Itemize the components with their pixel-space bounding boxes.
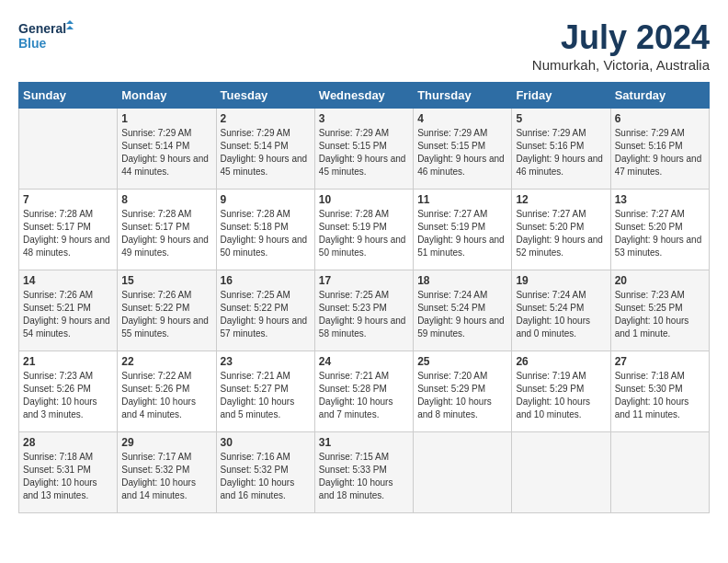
calendar-cell: 21Sunrise: 7:23 AMSunset: 5:26 PMDayligh… bbox=[19, 351, 118, 432]
calendar-cell bbox=[610, 432, 709, 513]
day-number: 1 bbox=[121, 112, 211, 125]
day-info: Sunrise: 7:28 AMSunset: 5:18 PMDaylight:… bbox=[221, 208, 311, 259]
calendar-cell bbox=[19, 109, 118, 190]
weekday-header-saturday: Saturday bbox=[610, 83, 709, 109]
day-info: Sunrise: 7:19 AMSunset: 5:29 PMDaylight:… bbox=[516, 370, 606, 421]
day-info: Sunrise: 7:21 AMSunset: 5:27 PMDaylight:… bbox=[221, 370, 311, 421]
day-number: 7 bbox=[23, 193, 113, 206]
svg-marker-3 bbox=[66, 26, 74, 29]
calendar-week-row: 28Sunrise: 7:18 AMSunset: 5:31 PMDayligh… bbox=[19, 432, 710, 513]
day-number: 21 bbox=[23, 355, 113, 368]
day-number: 11 bbox=[417, 193, 507, 206]
day-number: 16 bbox=[221, 274, 311, 287]
day-number: 23 bbox=[221, 355, 311, 368]
day-number: 15 bbox=[121, 274, 211, 287]
day-info: Sunrise: 7:21 AMSunset: 5:28 PMDaylight:… bbox=[319, 370, 409, 421]
calendar-cell: 15Sunrise: 7:26 AMSunset: 5:22 PMDayligh… bbox=[118, 270, 216, 351]
day-number: 20 bbox=[615, 274, 705, 287]
weekday-header-tuesday: Tuesday bbox=[216, 83, 314, 109]
day-info: Sunrise: 7:28 AMSunset: 5:17 PMDaylight:… bbox=[121, 208, 211, 259]
day-number: 24 bbox=[319, 355, 409, 368]
calendar-table: SundayMondayTuesdayWednesdayThursdayFrid… bbox=[18, 82, 710, 513]
day-number: 22 bbox=[121, 355, 211, 368]
calendar-cell: 3Sunrise: 7:29 AMSunset: 5:15 PMDaylight… bbox=[314, 109, 413, 190]
day-number: 26 bbox=[516, 355, 606, 368]
day-info: Sunrise: 7:24 AMSunset: 5:24 PMDaylight:… bbox=[516, 289, 606, 340]
day-info: Sunrise: 7:29 AMSunset: 5:14 PMDaylight:… bbox=[221, 127, 311, 178]
day-number: 18 bbox=[417, 274, 507, 287]
logo-svg: General Blue bbox=[18, 18, 74, 52]
calendar-cell: 27Sunrise: 7:18 AMSunset: 5:30 PMDayligh… bbox=[610, 351, 709, 432]
weekday-header-sunday: Sunday bbox=[19, 83, 118, 109]
weekday-header-row: SundayMondayTuesdayWednesdayThursdayFrid… bbox=[19, 83, 710, 109]
month-year-title: July 2024 bbox=[532, 18, 710, 57]
day-info: Sunrise: 7:22 AMSunset: 5:26 PMDaylight:… bbox=[121, 370, 211, 421]
day-number: 31 bbox=[319, 436, 409, 449]
day-info: Sunrise: 7:18 AMSunset: 5:30 PMDaylight:… bbox=[615, 370, 705, 421]
day-number: 4 bbox=[417, 112, 507, 125]
day-info: Sunrise: 7:25 AMSunset: 5:23 PMDaylight:… bbox=[319, 289, 409, 340]
calendar-cell: 14Sunrise: 7:26 AMSunset: 5:21 PMDayligh… bbox=[19, 270, 118, 351]
calendar-week-row: 7Sunrise: 7:28 AMSunset: 5:17 PMDaylight… bbox=[19, 190, 710, 270]
day-info: Sunrise: 7:23 AMSunset: 5:26 PMDaylight:… bbox=[23, 370, 113, 421]
day-number: 28 bbox=[23, 436, 113, 449]
calendar-cell: 20Sunrise: 7:23 AMSunset: 5:25 PMDayligh… bbox=[610, 270, 709, 351]
day-info: Sunrise: 7:24 AMSunset: 5:24 PMDaylight:… bbox=[417, 289, 507, 340]
calendar-cell: 24Sunrise: 7:21 AMSunset: 5:28 PMDayligh… bbox=[314, 351, 413, 432]
svg-text:Blue: Blue bbox=[18, 36, 47, 51]
day-info: Sunrise: 7:27 AMSunset: 5:20 PMDaylight:… bbox=[516, 208, 606, 259]
calendar-cell: 13Sunrise: 7:27 AMSunset: 5:20 PMDayligh… bbox=[610, 190, 709, 270]
day-number: 3 bbox=[319, 112, 409, 125]
calendar-week-row: 1Sunrise: 7:29 AMSunset: 5:14 PMDaylight… bbox=[19, 109, 710, 190]
day-number: 29 bbox=[121, 436, 211, 449]
calendar-cell: 17Sunrise: 7:25 AMSunset: 5:23 PMDayligh… bbox=[314, 270, 413, 351]
calendar-cell: 22Sunrise: 7:22 AMSunset: 5:26 PMDayligh… bbox=[118, 351, 216, 432]
day-info: Sunrise: 7:17 AMSunset: 5:32 PMDaylight:… bbox=[121, 451, 211, 502]
calendar-cell: 12Sunrise: 7:27 AMSunset: 5:20 PMDayligh… bbox=[512, 190, 610, 270]
calendar-cell: 2Sunrise: 7:29 AMSunset: 5:14 PMDaylight… bbox=[216, 109, 314, 190]
day-info: Sunrise: 7:27 AMSunset: 5:20 PMDaylight:… bbox=[615, 208, 705, 259]
day-info: Sunrise: 7:23 AMSunset: 5:25 PMDaylight:… bbox=[615, 289, 705, 340]
weekday-header-monday: Monday bbox=[118, 83, 216, 109]
calendar-cell: 9Sunrise: 7:28 AMSunset: 5:18 PMDaylight… bbox=[216, 190, 314, 270]
calendar-cell: 6Sunrise: 7:29 AMSunset: 5:16 PMDaylight… bbox=[610, 109, 709, 190]
calendar-cell: 23Sunrise: 7:21 AMSunset: 5:27 PMDayligh… bbox=[216, 351, 314, 432]
calendar-cell: 29Sunrise: 7:17 AMSunset: 5:32 PMDayligh… bbox=[118, 432, 216, 513]
calendar-cell: 8Sunrise: 7:28 AMSunset: 5:17 PMDaylight… bbox=[118, 190, 216, 270]
calendar-cell: 31Sunrise: 7:15 AMSunset: 5:33 PMDayligh… bbox=[314, 432, 413, 513]
day-number: 12 bbox=[516, 193, 606, 206]
calendar-cell: 25Sunrise: 7:20 AMSunset: 5:29 PMDayligh… bbox=[414, 351, 512, 432]
calendar-cell bbox=[414, 432, 512, 513]
calendar-cell: 5Sunrise: 7:29 AMSunset: 5:16 PMDaylight… bbox=[512, 109, 610, 190]
day-info: Sunrise: 7:29 AMSunset: 5:16 PMDaylight:… bbox=[516, 127, 606, 178]
day-number: 6 bbox=[615, 112, 705, 125]
day-info: Sunrise: 7:18 AMSunset: 5:31 PMDaylight:… bbox=[23, 451, 113, 502]
calendar-cell: 10Sunrise: 7:28 AMSunset: 5:19 PMDayligh… bbox=[314, 190, 413, 270]
day-info: Sunrise: 7:26 AMSunset: 5:22 PMDaylight:… bbox=[121, 289, 211, 340]
calendar-cell: 11Sunrise: 7:27 AMSunset: 5:19 PMDayligh… bbox=[414, 190, 512, 270]
day-number: 9 bbox=[221, 193, 311, 206]
day-number: 5 bbox=[516, 112, 606, 125]
day-number: 30 bbox=[221, 436, 311, 449]
day-info: Sunrise: 7:29 AMSunset: 5:15 PMDaylight:… bbox=[319, 127, 409, 178]
day-info: Sunrise: 7:28 AMSunset: 5:17 PMDaylight:… bbox=[23, 208, 113, 259]
day-info: Sunrise: 7:29 AMSunset: 5:15 PMDaylight:… bbox=[417, 127, 507, 178]
page-header: General Blue July 2024 Numurkah, Victori… bbox=[18, 18, 710, 73]
day-number: 14 bbox=[23, 274, 113, 287]
calendar-cell: 4Sunrise: 7:29 AMSunset: 5:15 PMDaylight… bbox=[414, 109, 512, 190]
day-number: 10 bbox=[319, 193, 409, 206]
calendar-cell: 18Sunrise: 7:24 AMSunset: 5:24 PMDayligh… bbox=[414, 270, 512, 351]
weekday-header-thursday: Thursday bbox=[414, 83, 512, 109]
day-number: 8 bbox=[121, 193, 211, 206]
svg-marker-2 bbox=[66, 20, 74, 24]
calendar-cell bbox=[512, 432, 610, 513]
calendar-week-row: 21Sunrise: 7:23 AMSunset: 5:26 PMDayligh… bbox=[19, 351, 710, 432]
day-number: 19 bbox=[516, 274, 606, 287]
day-info: Sunrise: 7:28 AMSunset: 5:19 PMDaylight:… bbox=[319, 208, 409, 259]
calendar-cell: 28Sunrise: 7:18 AMSunset: 5:31 PMDayligh… bbox=[19, 432, 118, 513]
day-info: Sunrise: 7:25 AMSunset: 5:22 PMDaylight:… bbox=[221, 289, 311, 340]
day-info: Sunrise: 7:29 AMSunset: 5:16 PMDaylight:… bbox=[615, 127, 705, 178]
title-block: July 2024 Numurkah, Victoria, Australia bbox=[532, 18, 710, 73]
calendar-cell: 16Sunrise: 7:25 AMSunset: 5:22 PMDayligh… bbox=[216, 270, 314, 351]
day-info: Sunrise: 7:27 AMSunset: 5:19 PMDaylight:… bbox=[417, 208, 507, 259]
